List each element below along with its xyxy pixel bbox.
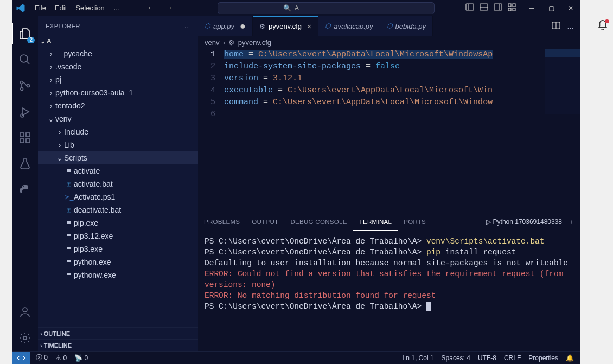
svg-rect-0 bbox=[466, 4, 474, 10]
panel-tab-debug[interactable]: DEBUG CONSOLE bbox=[284, 213, 353, 231]
layout-sidebar-left-icon[interactable] bbox=[465, 3, 474, 13]
terminal-task-label[interactable]: ▷ Python 1703691480338 bbox=[486, 218, 562, 226]
status-bell-icon[interactable]: 🔔 bbox=[566, 354, 574, 362]
gear-icon: ⚙ bbox=[228, 39, 235, 47]
activity-extensions[interactable] bbox=[12, 125, 38, 151]
window-close-button[interactable]: ✕ bbox=[561, 0, 580, 16]
file-pythonw[interactable]: ≣pythonw.exe bbox=[38, 269, 198, 282]
menu-selection[interactable]: Selection bbox=[71, 4, 108, 12]
more-actions-icon[interactable]: … bbox=[567, 22, 574, 30]
outline-section[interactable]: › OUTLINE bbox=[38, 327, 198, 339]
search-label: A bbox=[295, 4, 299, 12]
tab-bebida[interactable]: ⬡bebida.py bbox=[380, 16, 433, 36]
python-icon: ⬡ bbox=[325, 22, 330, 30]
code-editor[interactable]: 123456 home = C:\Users\evert\AppData\Loc… bbox=[198, 49, 580, 213]
status-spaces[interactable]: Spaces: 4 bbox=[442, 354, 470, 362]
close-icon[interactable]: × bbox=[307, 22, 311, 31]
folder-scripts[interactable]: ⌄Scripts bbox=[38, 151, 198, 164]
status-ports[interactable]: 📡 0 bbox=[74, 354, 88, 362]
workspace-root[interactable]: ⌄ A bbox=[38, 35, 198, 47]
breadcrumb-folder: venv bbox=[205, 39, 219, 47]
tab-pyvenv[interactable]: ⚙pyvenv.cfg× bbox=[253, 16, 318, 36]
panel-tab-problems[interactable]: PROBLEMS bbox=[198, 213, 246, 231]
activity-search[interactable] bbox=[12, 47, 38, 73]
status-warnings[interactable]: ⚠ 0 bbox=[55, 354, 67, 362]
terminal-error-line: ERROR: No matching distribution found fo… bbox=[205, 290, 574, 301]
file-pip312[interactable]: ≣pip3.12.exe bbox=[38, 229, 198, 242]
folder-include[interactable]: ›Include bbox=[38, 125, 198, 138]
folder-pycache[interactable]: ›__pycache__ bbox=[38, 47, 198, 60]
folder-curso[interactable]: ›python-curso03-aula_1 bbox=[38, 86, 198, 99]
file-icon: ≣ bbox=[64, 232, 74, 240]
folder-venv[interactable]: ⌄venv bbox=[38, 112, 198, 125]
file-activate-ps1[interactable]: ≻_Activate.ps1 bbox=[38, 190, 198, 203]
breadcrumb[interactable]: venv › ⚙ pyvenv.cfg bbox=[198, 36, 580, 49]
vscode-logo-icon bbox=[15, 3, 26, 14]
nav-forward-icon[interactable]: → bbox=[164, 2, 174, 14]
status-lncol[interactable]: Ln 1, Col 1 bbox=[403, 354, 434, 362]
file-activate[interactable]: ≣activate bbox=[38, 164, 198, 177]
panel-tab-terminal[interactable]: TERMINAL bbox=[353, 213, 398, 231]
chevron-right-icon: › bbox=[47, 101, 55, 110]
search-icon: 🔍 bbox=[283, 4, 291, 12]
minimap[interactable] bbox=[545, 49, 580, 114]
folder-tentado[interactable]: ›tentado2 bbox=[38, 99, 198, 112]
chevron-right-icon: › bbox=[55, 141, 64, 149]
dirty-dot-icon: ● bbox=[240, 21, 246, 32]
code-content: home = C:\Users\evert\AppData\Local\Micr… bbox=[224, 49, 580, 213]
command-center-search[interactable]: 🔍 A bbox=[218, 2, 435, 14]
svg-point-22 bbox=[23, 308, 27, 312]
status-eol[interactable]: CRLF bbox=[504, 354, 521, 362]
folder-vscode[interactable]: ›.vscode bbox=[38, 60, 198, 73]
nav-back-icon[interactable]: ← bbox=[146, 2, 156, 14]
menu-edit[interactable]: Edit bbox=[50, 4, 71, 12]
window-minimize-button[interactable]: ─ bbox=[522, 0, 541, 16]
layout-panel-icon[interactable] bbox=[480, 3, 488, 13]
status-language[interactable]: Properties bbox=[528, 354, 558, 362]
menu-more[interactable]: … bbox=[109, 4, 125, 12]
new-terminal-icon[interactable]: ＋ bbox=[569, 218, 575, 227]
layout-customize-icon[interactable] bbox=[508, 3, 516, 13]
activity-account[interactable] bbox=[12, 299, 38, 325]
file-activate-bat[interactable]: ⊞activate.bat bbox=[38, 177, 198, 190]
python-icon: ⬡ bbox=[387, 22, 392, 30]
file-python[interactable]: ≣python.exe bbox=[38, 256, 198, 269]
panel-tab-output[interactable]: OUTPUT bbox=[246, 213, 284, 231]
status-encoding[interactable]: UTF-8 bbox=[478, 354, 496, 362]
explorer-sidebar: EXPLORER … ⌄ A ›__pycache__ ›.vscode ›pj… bbox=[38, 16, 198, 351]
chevron-right-icon: › bbox=[47, 62, 55, 71]
tab-avaliacao[interactable]: ⬡avaliacao.py bbox=[318, 16, 380, 36]
bottom-panel: PROBLEMS OUTPUT DEBUG CONSOLE TERMINAL P… bbox=[198, 213, 580, 351]
chevron-right-icon: › bbox=[47, 49, 55, 58]
layout-sidebar-right-icon[interactable] bbox=[494, 3, 502, 13]
folder-pj[interactable]: ›pj bbox=[38, 73, 198, 86]
svg-point-12 bbox=[21, 81, 23, 84]
activity-python[interactable] bbox=[12, 177, 38, 203]
file-icon: ≣ bbox=[64, 219, 74, 227]
activity-scm[interactable] bbox=[12, 73, 38, 99]
window-maximize-button[interactable]: ▢ bbox=[541, 0, 561, 16]
svg-point-23 bbox=[23, 336, 27, 340]
python-icon: ⬡ bbox=[205, 22, 210, 30]
split-editor-icon[interactable] bbox=[552, 21, 560, 31]
explorer-more-icon[interactable]: … bbox=[184, 23, 191, 29]
folder-lib[interactable]: ›Lib bbox=[38, 138, 198, 151]
timeline-section[interactable]: › TIMELINE bbox=[38, 339, 198, 351]
editor-tabs: ⬡app.py● ⚙pyvenv.cfg× ⬡avaliacao.py ⬡beb… bbox=[198, 16, 580, 36]
remote-indicator[interactable] bbox=[12, 352, 30, 365]
status-errors[interactable]: ⓧ 0 bbox=[36, 353, 48, 362]
activity-settings[interactable] bbox=[12, 325, 38, 351]
activity-testing[interactable] bbox=[12, 151, 38, 177]
panel-tab-ports[interactable]: PORTS bbox=[398, 213, 432, 231]
tab-app[interactable]: ⬡app.py● bbox=[198, 16, 253, 36]
chevron-down-icon: ⌄ bbox=[47, 114, 55, 123]
svg-point-10 bbox=[20, 55, 28, 62]
file-pip3[interactable]: ≣pip3.exe bbox=[38, 242, 198, 256]
file-pip[interactable]: ≣pip.exe bbox=[38, 216, 198, 229]
activity-explorer[interactable]: 2 bbox=[12, 21, 38, 47]
menu-file[interactable]: File bbox=[30, 4, 50, 12]
file-deactivate-bat[interactable]: ⊞deactivate.bat bbox=[38, 203, 198, 216]
activity-debug[interactable] bbox=[12, 99, 38, 125]
terminal-content[interactable]: PS C:\Users\evert\OneDrive\Área de Traba… bbox=[198, 231, 580, 351]
svg-point-21 bbox=[23, 186, 24, 187]
